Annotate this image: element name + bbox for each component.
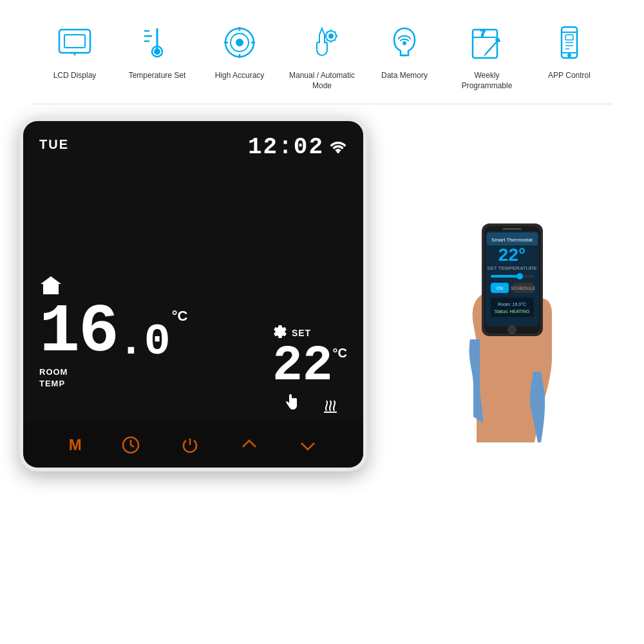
svg-point-40 [568, 54, 571, 57]
svg-text:Smart Thermostat: Smart Thermostat [491, 237, 533, 243]
down-button[interactable] [298, 435, 317, 455]
svg-rect-63 [491, 298, 534, 317]
control-buttons: M [23, 422, 363, 468]
manual-auto-label: Manual / Automatic Mode [287, 71, 357, 91]
phone-hand-graphic: Smart Thermostat 22° SET TEMPERATURE ON … [438, 166, 580, 436]
phone-hand-section: Smart Thermostat 22° SET TEMPERATURE ON … [393, 117, 625, 484]
up-button[interactable] [240, 435, 259, 455]
svg-line-25 [335, 40, 336, 41]
divider [32, 104, 612, 104]
svg-line-34 [484, 54, 486, 55]
lcd-left-side: 16 .0 °C ROOM TEMP [39, 274, 260, 390]
svg-point-66 [508, 326, 516, 334]
set-label: SET [292, 328, 311, 338]
wifi-icon [329, 139, 347, 156]
feature-app-control: APP Control [534, 19, 605, 81]
lcd-top-row: TUE 12:02 [39, 134, 347, 160]
feature-temperature-set: Temperature Set [122, 19, 193, 81]
data-memory-label: Data Memory [381, 71, 428, 81]
svg-point-28 [403, 42, 406, 44]
schedule-button[interactable] [121, 435, 140, 455]
feature-data-memory: Data Memory [369, 19, 440, 81]
app-control-icon [546, 19, 592, 66]
features-row: LCD Display Temperature Set [0, 0, 644, 104]
room-temp-decimal: .0 [118, 320, 171, 364]
thermostat-inner: TUE 12:02 [23, 121, 363, 468]
svg-text:SCHEDULE: SCHEDULE [511, 286, 535, 290]
temperature-set-icon [134, 19, 180, 66]
lcd-bottom-icons [39, 393, 347, 416]
feature-manual-auto: Manual / Automatic Mode [287, 19, 357, 91]
high-accuracy-icon [216, 19, 263, 66]
high-accuracy-label: High Accuracy [215, 71, 265, 81]
lcd-screen: TUE 12:02 [23, 121, 363, 422]
mode-button[interactable]: M [69, 436, 82, 454]
lcd-display-label: LCD Display [53, 71, 97, 81]
svg-point-45 [337, 151, 339, 153]
day-display: TUE [39, 137, 69, 152]
main-content: TUE 12:02 [0, 111, 644, 491]
data-memory-icon [381, 19, 428, 66]
room-temp-unit: °C [172, 308, 188, 325]
thermostat-device: TUE 12:02 [19, 117, 380, 484]
svg-marker-36 [496, 39, 500, 41]
time-wifi-row: 12:02 [248, 134, 347, 160]
thermostat-outer: TUE 12:02 [19, 117, 367, 471]
power-button[interactable] [180, 435, 200, 455]
app-control-label: APP Control [548, 71, 591, 81]
svg-line-26 [335, 32, 336, 33]
lcd-right-side: SET 22 °C [272, 324, 347, 390]
feature-weekly-programmable: 7 Weekly Programmable [451, 19, 522, 91]
svg-point-58 [516, 273, 523, 279]
touch-hand-icon [280, 393, 301, 416]
time-display: 12:02 [248, 134, 324, 160]
svg-text:ON: ON [497, 286, 504, 290]
svg-rect-67 [502, 228, 522, 230]
manual-auto-icon [299, 19, 345, 66]
room-temp-label: ROOM TEMP [39, 366, 68, 390]
svg-line-24 [327, 32, 328, 33]
lcd-middle-row: 16 .0 °C ROOM TEMP [39, 164, 347, 390]
svg-text:SET TEMPERATURE: SET TEMPERATURE [487, 265, 536, 271]
set-temp-row: 22 °C [272, 342, 347, 390]
feature-lcd-display: LCD Display [39, 19, 110, 81]
svg-text:22°: 22° [498, 245, 526, 265]
temperature-set-label: Temperature Set [129, 71, 186, 81]
svg-rect-1 [64, 35, 85, 48]
svg-line-33 [486, 41, 497, 54]
big-temp-display: 16 .0 °C [39, 303, 187, 364]
set-temp-number: 22 [272, 342, 333, 390]
svg-text:Room: 16.0°C: Room: 16.0°C [498, 302, 526, 307]
svg-point-13 [236, 39, 243, 46]
svg-line-27 [327, 40, 328, 41]
svg-rect-57 [491, 275, 520, 278]
svg-rect-46 [48, 288, 53, 294]
svg-text:Status: HEATING: Status: HEATING [495, 309, 529, 314]
svg-rect-41 [565, 35, 573, 40]
svg-point-19 [329, 34, 333, 38]
set-temp-unit: °C [333, 346, 347, 361]
weekly-programmable-label: Weekly Programmable [451, 71, 522, 91]
svg-point-9 [155, 49, 160, 54]
room-temp-number: 16 [39, 303, 118, 364]
lcd-display-icon [52, 19, 98, 66]
feature-high-accuracy: High Accuracy [204, 19, 275, 81]
weekly-programmable-icon: 7 [464, 19, 510, 66]
heating-icon [320, 393, 341, 416]
svg-text:7: 7 [480, 28, 486, 38]
